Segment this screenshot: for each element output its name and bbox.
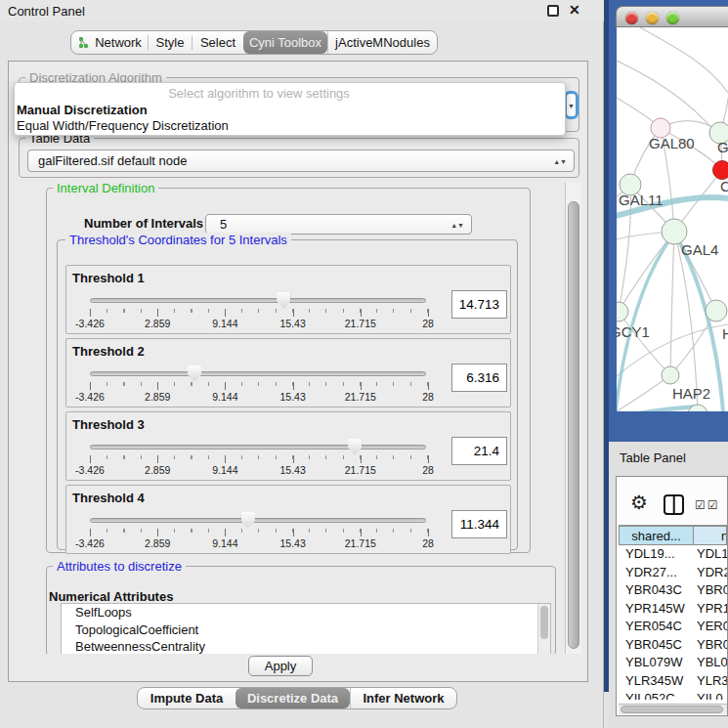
close-traffic-light[interactable] bbox=[625, 12, 638, 24]
select-columns-icons[interactable]: ☑☑ bbox=[695, 498, 720, 512]
threshold-3-slider-thumb[interactable] bbox=[348, 439, 362, 455]
tab-style[interactable]: Style bbox=[149, 31, 192, 54]
threshold-3-panel: Threshold 3 -3.4262.8599.14415.4321.7152… bbox=[65, 411, 511, 481]
table-row[interactable]: YDR27...YDR2 bbox=[619, 564, 727, 582]
panel-title: Control Panel bbox=[8, 4, 85, 19]
table-horizontal-scrollbar[interactable] bbox=[619, 704, 727, 714]
table-row[interactable]: YBR045CYBR0 bbox=[619, 636, 727, 655]
interval-definition-label: Interval Definition bbox=[53, 183, 158, 195]
node-table-panel: ⚙ ☑☑ shared... n YDL19...YDL1 YDR27...YD… bbox=[616, 476, 728, 716]
algorithm-dropdown-popup: Select algorithm to view settings Manual… bbox=[14, 82, 566, 136]
tab-infer-network[interactable]: Infer Network bbox=[350, 688, 456, 708]
dropdown-option-equal-width[interactable]: Equal Width/Frequency Discretization bbox=[17, 118, 229, 133]
numerical-attributes-label: Numerical Attributes bbox=[49, 589, 173, 604]
threshold-4-slider[interactable] bbox=[90, 518, 426, 523]
number-of-intervals-combo[interactable]: 5 ▲▼ bbox=[205, 214, 472, 235]
slider-ticks bbox=[90, 455, 428, 463]
apply-button[interactable]: Apply bbox=[248, 656, 313, 676]
tab-select[interactable]: Select bbox=[193, 31, 243, 54]
table-data-combo[interactable]: galFiltered.sif default node ▲▼ bbox=[27, 150, 575, 172]
threshold-4-slider-thumb[interactable] bbox=[241, 512, 255, 529]
slider-ticks bbox=[90, 309, 428, 317]
column-header-shared-name[interactable]: shared... bbox=[619, 526, 694, 545]
node-red-selected[interactable] bbox=[713, 161, 728, 180]
network-icon bbox=[77, 36, 90, 49]
interval-definition-groupbox: Interval Definition Number of Intervals … bbox=[46, 188, 531, 553]
float-window-icon[interactable] bbox=[547, 5, 559, 17]
threshold-2-label: Threshold 2 bbox=[72, 344, 145, 359]
node-label: HAP2 bbox=[672, 385, 710, 402]
node-label: GAL80 bbox=[649, 135, 695, 151]
network-window-titlebar[interactable] bbox=[616, 6, 728, 27]
tab-cyni-toolbox[interactable]: Cyni Toolbox bbox=[243, 31, 327, 54]
threshold-3-value-field[interactable] bbox=[451, 437, 507, 465]
threshold-3-label: Threshold 3 bbox=[72, 417, 145, 432]
node-label: H bbox=[722, 325, 728, 342]
table-data-groupbox: Table Data galFiltered.sif default node … bbox=[19, 138, 579, 178]
threshold-1-slider[interactable] bbox=[90, 298, 426, 303]
scrollbar-thumb[interactable] bbox=[540, 606, 548, 639]
table-row[interactable]: YIL052CYIL0 bbox=[619, 690, 727, 700]
table-row[interactable]: YPR145WYPR1 bbox=[619, 600, 727, 619]
list-item[interactable]: BetweennessCentrality bbox=[62, 638, 550, 654]
control-panel: Control Panel ✕ Network Style Select Cyn… bbox=[0, 0, 604, 728]
node-label: GCY1 bbox=[617, 323, 650, 340]
settings-vertical-scrollbar[interactable] bbox=[565, 183, 581, 654]
numerical-attributes-list[interactable]: SelfLoops TopologicalCoefficient Between… bbox=[61, 603, 551, 654]
table-header-row: shared... n bbox=[619, 525, 727, 545]
threshold-1-value-field[interactable] bbox=[451, 290, 507, 319]
settings-scroll-viewport: Interval Definition Number of Intervals … bbox=[15, 183, 564, 654]
slider-tick-labels: -3.4262.8599.14415.4321.71528 bbox=[90, 537, 428, 549]
slider-tick-labels: -3.4262.8599.14415.4321.71528 bbox=[90, 464, 428, 476]
table-row[interactable]: YBL079WYBL0 bbox=[619, 654, 727, 672]
threshold-4-value-field[interactable] bbox=[451, 510, 507, 538]
list-item[interactable]: TopologicalCoefficient bbox=[62, 621, 550, 639]
attributes-groupbox: Attributes to discretize Numerical Attri… bbox=[46, 566, 556, 654]
table-panel-title: Table Panel bbox=[620, 450, 686, 465]
threshold-2-slider-thumb[interactable] bbox=[188, 365, 201, 382]
split-columns-icon[interactable] bbox=[664, 494, 684, 515]
network-nodes bbox=[617, 118, 728, 411]
threshold-2-value-field[interactable] bbox=[451, 364, 507, 392]
attributes-list-scrollbar[interactable] bbox=[537, 604, 550, 654]
column-header-name[interactable]: n bbox=[694, 526, 727, 545]
top-tab-bar: Network Style Select Cyni Toolbox jActiv… bbox=[70, 30, 438, 55]
node-label: G bbox=[717, 139, 728, 155]
close-icon[interactable]: ✕ bbox=[569, 2, 580, 18]
table-row[interactable]: YBR043CYBR0 bbox=[619, 581, 727, 600]
list-item[interactable]: SelfLoops bbox=[62, 604, 550, 621]
dropdown-hint: Select algorithm to view settings bbox=[15, 86, 503, 101]
algorithm-combo-stepper[interactable]: ▲▼ bbox=[564, 91, 578, 119]
table-row[interactable]: YLR345WYLR3 bbox=[619, 672, 727, 691]
threshold-2-panel: Threshold 2 -3.4262.8599.14415.4321.7152… bbox=[65, 338, 511, 407]
zoom-traffic-light[interactable] bbox=[666, 12, 679, 24]
slider-tick-labels: -3.4262.8599.14415.4321.71528 bbox=[90, 391, 428, 403]
threshold-4-label: Threshold 4 bbox=[72, 491, 145, 505]
node-gcy1[interactable] bbox=[617, 302, 628, 321]
slider-ticks bbox=[90, 529, 428, 536]
slider-ticks bbox=[90, 382, 428, 390]
scrollbar-thumb[interactable] bbox=[568, 201, 579, 649]
threshold-coordinates-groupbox: Threshold's Coordinates for 5 Intervals … bbox=[57, 239, 518, 550]
node-h[interactable] bbox=[706, 300, 727, 321]
threshold-1-slider-thumb[interactable] bbox=[277, 292, 290, 309]
table-row[interactable]: YDL19...YDL1 bbox=[619, 545, 727, 564]
gear-icon[interactable]: ⚙ bbox=[630, 492, 648, 512]
minimize-traffic-light[interactable] bbox=[646, 12, 659, 24]
network-canvas: GAL80 G C GAL11 GAL4 GCY1 H HAP2 bbox=[617, 27, 728, 411]
threshold-2-slider[interactable] bbox=[90, 371, 426, 376]
bottom-tab-bar: Impute Data Discretize Data Infer Networ… bbox=[137, 687, 457, 709]
tab-impute-data[interactable]: Impute Data bbox=[138, 688, 236, 708]
table-body[interactable]: YDL19...YDL1 YDR27...YDR2 YBR043CYBR0 YP… bbox=[619, 545, 727, 700]
tab-network[interactable]: Network bbox=[71, 31, 148, 54]
node-hap2[interactable] bbox=[662, 366, 679, 384]
stepper-arrows-icon: ▲▼ bbox=[553, 158, 567, 163]
threshold-4-panel: Threshold 4 -3.4262.8599.14415.4321.7152… bbox=[65, 485, 511, 554]
threshold-3-slider[interactable] bbox=[90, 445, 426, 450]
network-view: GAL80 G C GAL11 GAL4 GCY1 H HAP2 bbox=[617, 27, 728, 411]
tab-jactivemnodules[interactable]: jActiveMNodules bbox=[327, 31, 437, 54]
tab-discretize-data[interactable]: Discretize Data bbox=[236, 688, 350, 708]
dropdown-option-manual[interactable]: Manual Discretization bbox=[17, 103, 148, 117]
scrollbar-thumb[interactable] bbox=[621, 706, 723, 713]
table-row[interactable]: YER054CYER0 bbox=[619, 618, 727, 636]
